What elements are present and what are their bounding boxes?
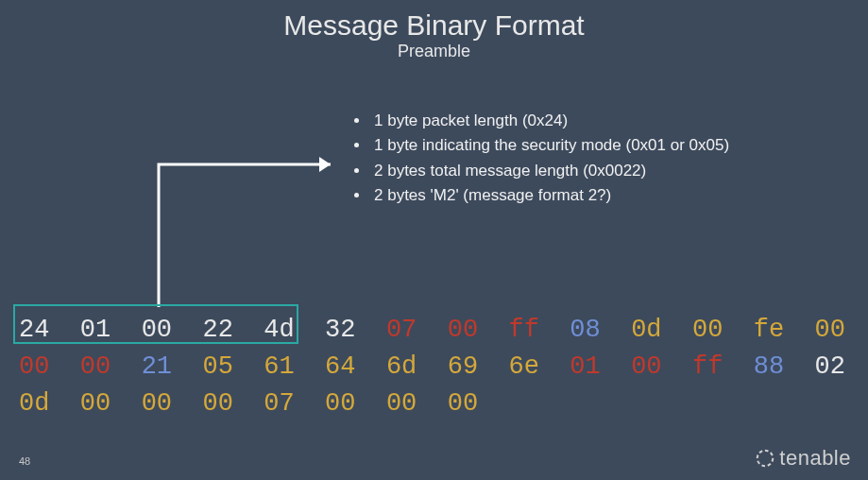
hex-byte: 00 <box>815 316 845 344</box>
bullet-item: 2 bytes 'M2' (message format 2?) <box>370 183 729 208</box>
hex-byte: fe <box>754 316 784 344</box>
hex-byte: 01 <box>570 352 600 381</box>
hex-byte: 4d <box>264 316 294 344</box>
hex-byte: 00 <box>448 316 478 344</box>
hex-row: 0d 00 00 00 07 00 00 00 <box>19 386 868 422</box>
hex-byte: 88 <box>754 352 784 381</box>
svg-point-0 <box>757 451 774 467</box>
hex-byte: 00 <box>80 389 111 418</box>
hex-row: 24 01 00 22 4d 32 07 00 ff 08 0d 00 fe 0… <box>19 312 868 349</box>
hex-byte: 24 <box>19 316 49 344</box>
hex-byte: 00 <box>142 316 172 344</box>
hex-byte: 6d <box>386 352 417 381</box>
hex-byte: 00 <box>202 389 232 418</box>
hex-byte: ff <box>692 352 723 381</box>
hex-byte: 61 <box>264 352 294 381</box>
page-number: 48 <box>19 455 30 467</box>
hex-byte: 00 <box>325 389 355 418</box>
hex-byte: 00 <box>631 352 661 381</box>
hex-byte: 02 <box>815 352 845 381</box>
hex-byte: 21 <box>142 352 172 381</box>
hex-byte: ff <box>509 316 539 344</box>
slide-title: Message Binary Format <box>0 9 868 42</box>
hex-byte: 07 <box>386 316 417 344</box>
bullet-list: 1 byte packet length (0x24)1 byte indica… <box>349 109 729 208</box>
hex-byte: 05 <box>202 352 232 381</box>
hex-byte: 00 <box>692 316 723 344</box>
bullet-item: 2 bytes total message length (0x0022) <box>370 159 729 183</box>
hex-byte: 32 <box>325 316 355 344</box>
hex-byte: 0d <box>19 389 49 418</box>
hex-byte: 0d <box>631 316 661 344</box>
hex-byte: 00 <box>19 352 49 381</box>
hex-byte: 01 <box>80 316 111 344</box>
hex-byte: 00 <box>448 389 478 418</box>
hex-byte: 07 <box>264 389 294 418</box>
hex-byte: 00 <box>80 352 111 381</box>
hex-byte: 69 <box>448 352 478 381</box>
bullet-item: 1 byte packet length (0x24) <box>370 109 729 133</box>
slide-subtitle: Preamble <box>0 42 868 61</box>
hex-byte: 64 <box>325 352 355 381</box>
tenable-ring-icon <box>755 448 775 469</box>
hex-byte: 08 <box>570 316 600 344</box>
pointer-arrow <box>151 151 349 312</box>
hex-byte: 00 <box>142 389 172 418</box>
hex-row: 00 00 21 05 61 64 6d 69 6e 01 00 ff 88 0… <box>19 349 868 386</box>
hex-dump: 24 01 00 22 4d 32 07 00 ff 08 0d 00 fe 0… <box>19 312 868 422</box>
hex-byte: 22 <box>202 316 232 344</box>
bullet-item: 1 byte indicating the security mode (0x0… <box>370 133 729 158</box>
hex-byte: 6e <box>509 352 539 381</box>
hex-byte: 00 <box>386 389 417 418</box>
tenable-logo-text: tenable <box>779 446 851 471</box>
tenable-logo: tenable <box>755 446 851 471</box>
